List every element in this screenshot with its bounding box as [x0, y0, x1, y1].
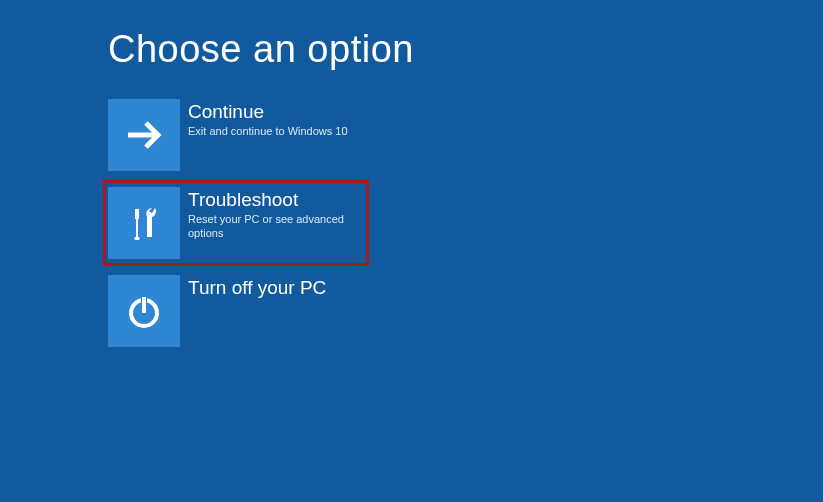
- option-continue-text: Continue Exit and continue to Windows 10: [180, 99, 348, 139]
- power-icon: [108, 275, 180, 347]
- svg-rect-2: [136, 219, 138, 237]
- option-continue-label: Continue: [188, 101, 348, 123]
- option-continue-desc: Exit and continue to Windows 10: [188, 125, 348, 139]
- option-turnoff[interactable]: Turn off your PC: [108, 275, 363, 347]
- arrow-right-icon: [108, 99, 180, 171]
- option-troubleshoot[interactable]: Troubleshoot Reset your PC or see advanc…: [106, 183, 366, 263]
- page-title: Choose an option: [108, 28, 823, 71]
- option-troubleshoot-label: Troubleshoot: [188, 189, 366, 211]
- option-troubleshoot-text: Troubleshoot Reset your PC or see advanc…: [180, 187, 366, 240]
- svg-rect-3: [135, 237, 140, 240]
- option-troubleshoot-desc: Reset your PC or see advanced options: [188, 213, 366, 241]
- options-list: Continue Exit and continue to Windows 10…: [108, 99, 823, 347]
- tools-icon: [108, 187, 180, 259]
- svg-rect-1: [135, 209, 139, 219]
- option-continue[interactable]: Continue Exit and continue to Windows 10: [108, 99, 363, 171]
- option-turnoff-label: Turn off your PC: [188, 277, 326, 299]
- option-turnoff-text: Turn off your PC: [180, 275, 326, 301]
